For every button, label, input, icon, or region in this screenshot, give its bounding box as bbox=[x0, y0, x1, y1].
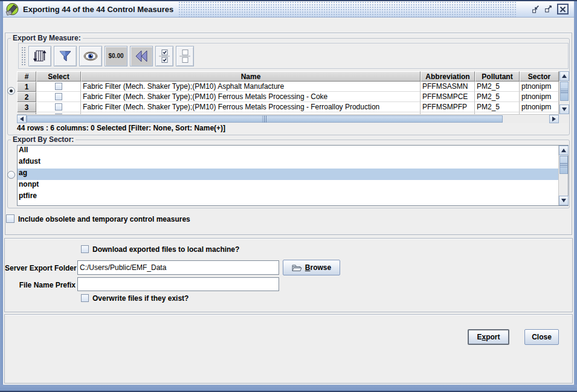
column-header-sector[interactable]: Sector bbox=[520, 71, 559, 82]
thumb-grip bbox=[561, 89, 568, 94]
overwrite-checkbox[interactable] bbox=[81, 294, 89, 302]
row-number: 2 bbox=[17, 92, 36, 102]
toolbar-drag-handle[interactable] bbox=[21, 47, 25, 66]
scrollbar-thumb[interactable] bbox=[559, 156, 568, 174]
thumb-grip bbox=[263, 115, 267, 123]
window-frame-left bbox=[0, 1, 3, 391]
close-button-titlebar[interactable] bbox=[557, 4, 569, 14]
sort-columns-button[interactable] bbox=[28, 46, 51, 66]
close-button[interactable]: Close bbox=[524, 329, 559, 345]
browse-button[interactable]: Browse bbox=[283, 260, 340, 275]
deselect-all-button[interactable] bbox=[176, 46, 194, 66]
format-currency-button[interactable]: $0.00 bbox=[105, 46, 127, 66]
window-frame-right bbox=[574, 1, 577, 391]
table-horizontal-scrollbar[interactable] bbox=[17, 114, 559, 123]
table-row[interactable]: 3 Fabric Filter (Mech. Shaker Type);(PM1… bbox=[17, 102, 559, 112]
row-select-cell bbox=[36, 102, 81, 112]
cell-abbreviation: PFFMSMPFP bbox=[421, 102, 475, 112]
row-number: 1 bbox=[17, 82, 36, 92]
cell-abbreviation: PFFMSASMN bbox=[421, 82, 475, 92]
export-by-sector-legend: Export By Sector: bbox=[11, 135, 76, 144]
close-icon bbox=[559, 6, 566, 13]
include-obsolete-checkbox[interactable] bbox=[6, 214, 15, 223]
export-by-measure-radio[interactable] bbox=[7, 87, 15, 95]
scroll-left-button[interactable] bbox=[17, 115, 27, 123]
scroll-up-button[interactable] bbox=[559, 71, 569, 81]
row-select-checkbox[interactable] bbox=[55, 93, 62, 100]
list-item[interactable]: nonpt bbox=[18, 180, 558, 191]
cell-sector: ptnonipm bbox=[520, 102, 559, 112]
scrollbar-thumb[interactable] bbox=[560, 82, 569, 101]
row-select-checkbox[interactable] bbox=[55, 103, 62, 111]
maximize-icon bbox=[544, 4, 553, 13]
export-label: Export bbox=[477, 333, 500, 341]
select-all-icon bbox=[158, 49, 171, 63]
cell-pollutant: PM2_5 bbox=[475, 102, 520, 112]
column-header-select[interactable]: Select bbox=[36, 71, 81, 82]
list-item-selected[interactable]: ag bbox=[18, 169, 558, 180]
titlebar[interactable]: Exporting 44 of the 44 Control Measures bbox=[3, 1, 574, 18]
maximize-button[interactable] bbox=[543, 4, 553, 14]
list-item[interactable]: All bbox=[18, 146, 558, 157]
row-select-cell bbox=[36, 92, 81, 102]
server-export-folder-input[interactable] bbox=[77, 260, 279, 275]
column-header-name[interactable]: Name bbox=[81, 71, 421, 82]
sector-list-scrollbar[interactable] bbox=[558, 146, 568, 205]
column-header-abbreviation[interactable]: Abbreviation bbox=[421, 71, 475, 82]
deselect-all-icon bbox=[178, 49, 192, 63]
row-select-cell bbox=[36, 82, 81, 92]
table-vertical-scrollbar[interactable] bbox=[559, 71, 569, 114]
arrow-up-icon bbox=[562, 74, 567, 78]
arrow-right-icon bbox=[552, 117, 556, 121]
export-button[interactable]: Export bbox=[468, 329, 509, 345]
eye-icon bbox=[83, 50, 98, 63]
select-all-button[interactable] bbox=[155, 46, 173, 66]
scrollbar-thumb[interactable] bbox=[27, 115, 503, 123]
table-header-row: # Select Name Abbreviation Pollutant Sec… bbox=[17, 71, 559, 82]
arrow-down-icon bbox=[562, 108, 567, 111]
column-header-pollutant[interactable]: Pollutant bbox=[475, 71, 520, 82]
cell-pollutant: PM2_5 bbox=[475, 82, 520, 92]
cell-abbreviation: PFFMSMPCE bbox=[421, 92, 475, 102]
arrow-down-icon bbox=[561, 199, 566, 202]
show-hide-columns-button[interactable] bbox=[79, 46, 102, 66]
minimize-button[interactable] bbox=[530, 4, 541, 14]
measures-table: # Select Name Abbreviation Pollutant Sec… bbox=[17, 71, 559, 114]
sector-list: All afdust ag nonpt ptfire bbox=[17, 145, 569, 206]
table-row[interactable]: 2 Fabric Filter (Mech. Shaker Type);(PM1… bbox=[17, 92, 559, 102]
cell-name: Fabric Filter (Mech. Shaker Type);(PM10)… bbox=[81, 102, 421, 112]
arrow-left-icon bbox=[20, 117, 24, 121]
table-row[interactable]: 1 Fabric Filter (Mech. Shaker Type);(PM1… bbox=[17, 82, 559, 92]
action-panel bbox=[4, 314, 573, 384]
cell-name: Fabric Filter (Mech. Shaker Type);(PM10)… bbox=[81, 92, 421, 102]
minimize-icon bbox=[531, 4, 540, 13]
overwrite-label: Overwrite files if they exist? bbox=[92, 294, 189, 303]
scroll-up-button[interactable] bbox=[559, 146, 569, 155]
export-by-sector-radio[interactable] bbox=[7, 171, 15, 179]
reset-button[interactable] bbox=[130, 46, 153, 66]
list-item[interactable]: ptfire bbox=[18, 191, 558, 203]
download-label: Download exported files to local machine… bbox=[92, 245, 239, 254]
scroll-right-button[interactable] bbox=[549, 115, 559, 123]
window-title: Exporting 44 of the 44 Control Measures bbox=[23, 5, 173, 14]
close-label: Close bbox=[532, 333, 552, 341]
row-select-checkbox[interactable] bbox=[55, 83, 62, 90]
cell-pollutant: PM2_5 bbox=[475, 92, 520, 102]
scrollbar-corner bbox=[559, 114, 569, 123]
window-frame-bottom bbox=[0, 385, 577, 391]
arrow-up-icon bbox=[561, 149, 566, 152]
list-item[interactable]: afdust bbox=[18, 157, 558, 169]
download-checkbox[interactable] bbox=[81, 245, 89, 253]
file-name-prefix-input[interactable] bbox=[77, 277, 279, 291]
titlebar-texture bbox=[178, 1, 517, 17]
server-export-folder-label: Server Export Folder bbox=[5, 264, 76, 272]
file-name-prefix-label: File Name Prefix bbox=[5, 281, 76, 289]
filter-button[interactable] bbox=[54, 46, 77, 66]
app-icon bbox=[5, 2, 19, 16]
sector-list-viewport: All afdust ag nonpt ptfire bbox=[18, 146, 558, 205]
format-currency-label: $0.00 bbox=[108, 53, 123, 59]
cell-name: Fabric Filter (Mech. Shaker Type);(PM10)… bbox=[81, 82, 421, 92]
column-header-num[interactable]: # bbox=[17, 71, 36, 82]
scroll-down-button[interactable] bbox=[559, 196, 569, 205]
scroll-down-button[interactable] bbox=[559, 104, 569, 114]
